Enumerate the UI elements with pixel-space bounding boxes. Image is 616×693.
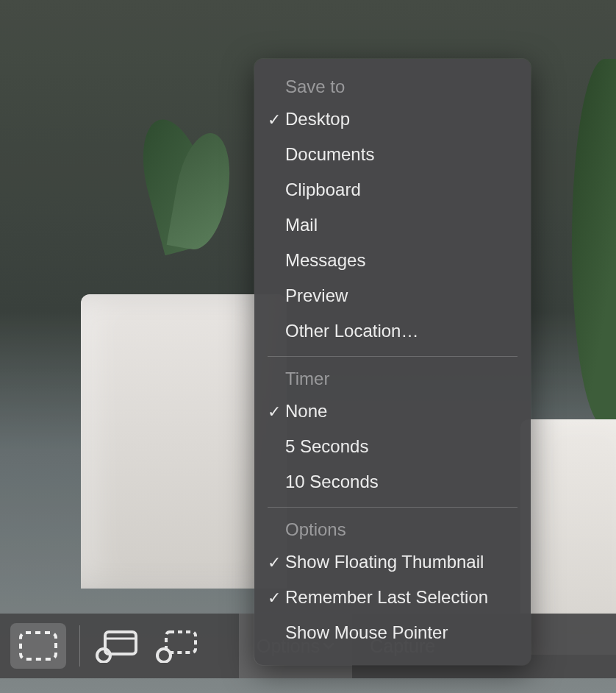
menu-section-header-save-to: Save to xyxy=(254,72,531,102)
check-icon: ✓ xyxy=(263,550,285,575)
menu-section-header-options: Options xyxy=(254,515,531,544)
menu-item-label: Show Floating Thumbnail xyxy=(285,549,484,575)
menu-item-preview[interactable]: Preview xyxy=(254,278,531,313)
capture-selection-icon xyxy=(155,629,199,663)
menu-item-timer-5s[interactable]: 5 Seconds xyxy=(254,429,531,464)
menu-divider xyxy=(268,507,517,508)
check-icon: ✓ xyxy=(263,107,285,132)
capture-entire-screen-icon xyxy=(18,630,58,661)
svg-point-5 xyxy=(157,649,171,662)
menu-item-label: Mail xyxy=(285,212,318,238)
menu-item-label: Messages xyxy=(285,247,365,274)
menu-item-label: None xyxy=(285,398,327,424)
menu-item-label: Other Location… xyxy=(285,318,418,344)
menu-item-mail[interactable]: Mail xyxy=(254,207,531,243)
menu-item-label: Remember Last Selection xyxy=(285,584,488,611)
capture-entire-screen-button[interactable] xyxy=(10,623,66,669)
menu-section-header-timer: Timer xyxy=(254,364,531,394)
menu-item-documents[interactable]: Documents xyxy=(254,137,531,172)
menu-item-label: Show Mouse Pointer xyxy=(285,619,448,646)
svg-rect-4 xyxy=(166,632,196,653)
menu-item-label: 5 Seconds xyxy=(285,433,368,460)
menu-divider xyxy=(268,356,517,357)
menu-item-messages[interactable]: Messages xyxy=(254,243,531,278)
capture-selection-button[interactable] xyxy=(149,623,205,669)
menu-item-desktop[interactable]: ✓ Desktop xyxy=(254,102,531,137)
menu-item-remember-selection[interactable]: ✓ Remember Last Selection xyxy=(254,580,531,615)
capture-window-button[interactable] xyxy=(89,623,145,669)
menu-item-label: Clipboard xyxy=(285,177,361,203)
check-icon: ✓ xyxy=(263,399,285,424)
svg-rect-0 xyxy=(21,633,56,659)
menu-item-clipboard[interactable]: Clipboard xyxy=(254,172,531,207)
menu-item-show-mouse-pointer[interactable]: Show Mouse Pointer xyxy=(254,615,531,650)
capture-window-icon xyxy=(95,629,139,663)
menu-item-label: 10 Seconds xyxy=(285,469,379,495)
check-icon: ✓ xyxy=(263,586,285,610)
toolbar-divider xyxy=(79,625,80,667)
menu-item-timer-none[interactable]: ✓ None xyxy=(254,394,531,429)
menu-item-floating-thumbnail[interactable]: ✓ Show Floating Thumbnail xyxy=(254,544,531,580)
menu-item-other-location[interactable]: Other Location… xyxy=(254,313,531,349)
menu-item-timer-10s[interactable]: 10 Seconds xyxy=(254,464,531,500)
svg-point-3 xyxy=(97,649,110,662)
menu-item-label: Preview xyxy=(285,282,348,309)
menu-item-label: Documents xyxy=(285,141,374,168)
options-popover: Save to ✓ Desktop Documents Clipboard Ma… xyxy=(254,59,531,665)
menu-item-label: Desktop xyxy=(285,106,350,132)
